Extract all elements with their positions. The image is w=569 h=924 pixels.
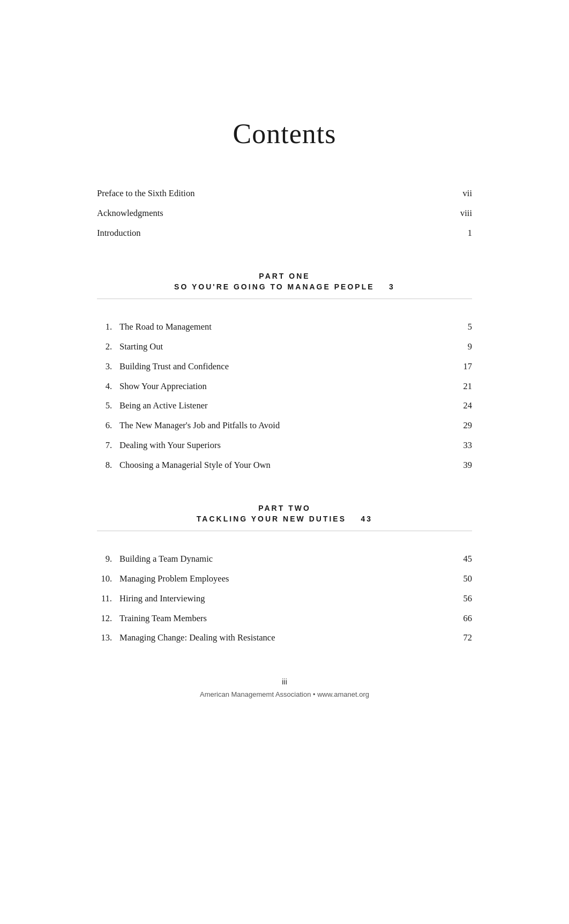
toc-title-8: Choosing a Managerial Style of Your Own — [119, 459, 457, 472]
part-one-divider — [97, 299, 472, 299]
preface-label-2: Acknowledgments — [97, 207, 454, 220]
preface-page-1: vii — [463, 187, 472, 200]
toc-page-11: 56 — [463, 592, 473, 606]
toc-item-12: 12. Training Team Members 66 — [97, 612, 472, 625]
toc-item-9: 9. Building a Team Dynamic 45 — [97, 553, 472, 566]
footer-publisher: American Managememt Association • www.am… — [97, 690, 472, 698]
toc-num-12: 12. — [97, 612, 119, 625]
page-title: Contents — [97, 118, 472, 150]
preface-item-2: Acknowledgments viii — [97, 207, 472, 220]
toc-title-11: Hiring and Interviewing — [119, 592, 457, 606]
toc-title-2: Starting Out — [119, 340, 461, 354]
toc-num-1: 1. — [97, 321, 119, 334]
part-one-label: PART ONE — [97, 272, 472, 280]
preface-label-1: Preface to the Sixth Edition — [97, 187, 456, 200]
toc-item-3: 3. Building Trust and Confidence 17 — [97, 360, 472, 374]
toc-title-9: Building a Team Dynamic — [119, 553, 457, 566]
toc-item-10: 10. Managing Problem Employees 50 — [97, 572, 472, 586]
toc-item-5: 5. Being an Active Listener 24 — [97, 399, 472, 413]
toc-title-3: Building Trust and Confidence — [119, 360, 457, 374]
toc-page-5: 24 — [463, 399, 473, 413]
toc-num-5: 5. — [97, 399, 119, 413]
toc-page-1: 5 — [468, 321, 472, 334]
toc-title-10: Managing Problem Employees — [119, 572, 457, 586]
toc-item-13: 13. Managing Change: Dealing with Resist… — [97, 631, 472, 645]
toc-num-3: 3. — [97, 360, 119, 374]
part-two-divider — [97, 531, 472, 531]
preface-page-2: viii — [460, 207, 472, 220]
toc-page-13: 72 — [463, 631, 473, 645]
toc-page-10: 50 — [463, 572, 473, 586]
toc-item-11: 11. Hiring and Interviewing 56 — [97, 592, 472, 606]
toc-num-6: 6. — [97, 419, 119, 433]
toc-item-7: 7. Dealing with Your Superiors 33 — [97, 439, 472, 452]
toc-item-1: 1. The Road to Management 5 — [97, 321, 472, 334]
toc-item-4: 4. Show Your Appreciation 21 — [97, 380, 472, 393]
toc-num-9: 9. — [97, 553, 119, 566]
toc-title-13: Managing Change: Dealing with Resistance — [119, 631, 457, 645]
page-container: Contents Preface to the Sixth Edition vi… — [97, 0, 472, 924]
toc-page-9: 45 — [463, 553, 473, 566]
toc-num-10: 10. — [97, 572, 119, 586]
toc-num-8: 8. — [97, 459, 119, 472]
toc-page-7: 33 — [463, 439, 473, 452]
toc-title-6: The New Manager's Job and Pitfalls to Av… — [119, 419, 457, 433]
toc-title-5: Being an Active Listener — [119, 399, 457, 413]
part-one-toc-list: 1. The Road to Management 5 2. Starting … — [97, 321, 472, 472]
toc-page-4: 21 — [463, 380, 473, 393]
toc-title-12: Training Team Members — [119, 612, 457, 625]
toc-title-4: Show Your Appreciation — [119, 380, 457, 393]
toc-num-4: 4. — [97, 380, 119, 393]
page-footer: iii American Managememt Association • ww… — [97, 677, 472, 698]
toc-page-3: 17 — [463, 360, 473, 374]
part-two-label: PART TWO — [97, 504, 472, 512]
part-two-toc-list: 9. Building a Team Dynamic 45 10. Managi… — [97, 553, 472, 645]
footer-roman: iii — [97, 677, 472, 686]
toc-item-8: 8. Choosing a Managerial Style of Your O… — [97, 459, 472, 472]
toc-num-13: 13. — [97, 631, 119, 645]
toc-num-7: 7. — [97, 439, 119, 452]
preface-label-3: Introduction — [97, 227, 461, 240]
toc-page-8: 39 — [463, 459, 473, 472]
toc-title-7: Dealing with Your Superiors — [119, 439, 457, 452]
toc-page-12: 66 — [463, 612, 473, 625]
toc-page-2: 9 — [468, 340, 472, 354]
preface-item-3: Introduction 1 — [97, 227, 472, 240]
toc-num-11: 11. — [97, 592, 119, 606]
toc-num-2: 2. — [97, 340, 119, 354]
toc-item-6: 6. The New Manager's Job and Pitfalls to… — [97, 419, 472, 433]
part-two-subtitle: TACKLING YOUR NEW DUTIES 43 — [97, 515, 472, 523]
toc-page-6: 29 — [463, 419, 473, 433]
preface-section: Preface to the Sixth Edition vii Acknowl… — [97, 187, 472, 240]
part-one-subtitle: SO YOU'RE GOING TO MANAGE PEOPLE 3 — [97, 282, 472, 291]
part-one-header: PART ONE SO YOU'RE GOING TO MANAGE PEOPL… — [97, 272, 472, 291]
part-two-header: PART TWO TACKLING YOUR NEW DUTIES 43 — [97, 504, 472, 523]
toc-title-1: The Road to Management — [119, 321, 461, 334]
preface-page-3: 1 — [468, 227, 472, 240]
preface-item-1: Preface to the Sixth Edition vii — [97, 187, 472, 200]
toc-item-2: 2. Starting Out 9 — [97, 340, 472, 354]
